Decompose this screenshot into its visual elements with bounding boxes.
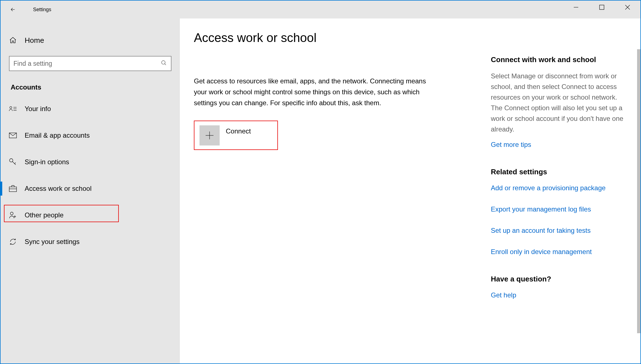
key-icon — [9, 158, 17, 166]
person-add-icon — [9, 211, 17, 219]
main-column: Access work or school Get access to reso… — [194, 31, 452, 363]
sidebar: Home Accounts Your info Email & app — [1, 18, 180, 363]
sidebar-item-label: Email & app accounts — [25, 131, 90, 139]
settings-window: Settings Home — [0, 0, 641, 364]
sidebar-item-label: Other people — [25, 211, 64, 219]
right-column: Connect with work and school Select Mana… — [452, 31, 625, 363]
sync-icon — [9, 238, 17, 246]
sidebar-item-label: Sync your settings — [25, 238, 80, 246]
titlebar-left: Settings — [1, 1, 180, 18]
person-list-icon — [9, 105, 17, 113]
related-link-device-management[interactable]: Enroll only in device management — [491, 247, 625, 257]
search-input[interactable] — [13, 60, 161, 67]
connect-button[interactable]: Connect — [194, 121, 278, 150]
svg-point-4 — [162, 61, 165, 64]
sidebar-item-email[interactable]: Email & app accounts — [1, 127, 180, 144]
mail-icon — [9, 131, 17, 139]
svg-point-6 — [10, 107, 12, 109]
svg-rect-1 — [600, 5, 604, 10]
content-area: Access work or school Get access to reso… — [180, 18, 640, 363]
related-link-provisioning[interactable]: Add or remove a provisioning package — [491, 183, 625, 193]
related-heading: Related settings — [491, 168, 625, 176]
sidebar-item-your-info[interactable]: Your info — [1, 100, 180, 118]
home-icon — [9, 36, 17, 44]
section-header: Accounts — [11, 83, 180, 91]
related-link-test-account[interactable]: Set up an account for taking tests — [491, 226, 625, 236]
sidebar-item-label: Access work or school — [25, 185, 92, 192]
connect-text: Select Manage or disconnect from work or… — [491, 71, 625, 135]
sidebar-item-sync[interactable]: Sync your settings — [1, 233, 180, 250]
connect-info-section: Connect with work and school Select Mana… — [491, 55, 625, 150]
related-settings-section: Related settings Add or remove a provisi… — [491, 168, 625, 257]
back-arrow-icon — [10, 6, 16, 13]
scrollbar[interactable] — [637, 49, 640, 358]
svg-rect-12 — [9, 187, 17, 192]
search-icon — [161, 60, 167, 67]
minimize-button[interactable] — [566, 1, 586, 14]
question-heading: Have a question? — [491, 275, 625, 283]
sidebar-item-other-people[interactable]: Other people — [1, 206, 180, 224]
sidebar-item-access-work[interactable]: Access work or school — [1, 180, 180, 197]
close-button[interactable] — [617, 1, 638, 14]
scrollbar-thumb[interactable] — [637, 49, 640, 333]
close-icon — [625, 4, 630, 10]
minimize-icon — [573, 4, 579, 10]
home-button[interactable]: Home — [1, 32, 180, 49]
page-description: Get access to resources like email, apps… — [194, 76, 440, 108]
titlebar: Settings — [1, 1, 640, 18]
get-help-link[interactable]: Get help — [491, 290, 625, 300]
back-button[interactable] — [5, 1, 21, 18]
sidebar-item-label: Your info — [25, 105, 51, 113]
briefcase-icon — [9, 185, 17, 192]
connect-heading: Connect with work and school — [491, 55, 625, 64]
svg-point-14 — [10, 212, 13, 215]
sidebar-item-signin[interactable]: Sign-in options — [1, 153, 180, 171]
body: Home Accounts Your info Email & app — [1, 18, 640, 363]
home-label: Home — [25, 36, 44, 45]
window-title: Settings — [33, 7, 51, 13]
search-box[interactable] — [9, 56, 171, 71]
more-tips-link[interactable]: Get more tips — [491, 140, 625, 150]
sidebar-item-label: Sign-in options — [25, 158, 69, 166]
connect-label: Connect — [226, 127, 251, 135]
maximize-button[interactable] — [592, 1, 612, 14]
maximize-icon — [599, 5, 604, 10]
question-section: Have a question? Get help — [491, 275, 625, 300]
window-controls — [563, 1, 640, 14]
svg-line-5 — [165, 64, 166, 65]
page-title: Access work or school — [194, 31, 452, 45]
plus-icon — [199, 125, 220, 145]
related-link-export-logs[interactable]: Export your management log files — [491, 204, 625, 214]
